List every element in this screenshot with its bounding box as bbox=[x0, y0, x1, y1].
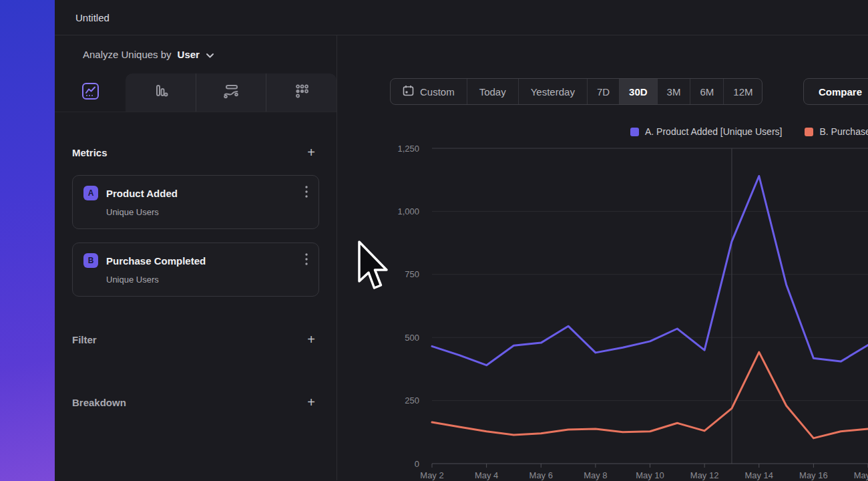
line-chart[interactable]: 02505007501,0001,250May 2May 4May 6May 8… bbox=[337, 143, 868, 480]
flows-icon bbox=[222, 83, 240, 103]
line-chart-icon bbox=[81, 82, 99, 103]
legend-label: B. Purchase Completed [Unique Users] bbox=[819, 126, 868, 137]
metrics-header: Metrics bbox=[72, 147, 107, 158]
chart-type-tabs bbox=[55, 73, 337, 112]
top-bar: Untitled bbox=[55, 0, 868, 35]
range-label: 12M bbox=[733, 86, 752, 98]
y-axis-tick-label: 750 bbox=[405, 269, 419, 279]
range-30d[interactable]: 30D bbox=[619, 79, 657, 104]
y-axis-tick-label: 500 bbox=[405, 333, 419, 343]
legend-item[interactable]: B. Purchase Completed [Unique Users] bbox=[805, 126, 868, 137]
x-axis-tick-label: May 4 bbox=[475, 470, 498, 480]
metric-card-b[interactable]: B Purchase Completed Unique Users bbox=[72, 243, 319, 297]
legend-label: A. Product Added [Unique Users] bbox=[645, 126, 782, 137]
metric-card-a[interactable]: A Product Added Unique Users bbox=[72, 175, 319, 229]
x-axis-tick-label: May 14 bbox=[744, 470, 773, 480]
range-label: 30D bbox=[629, 86, 648, 98]
metric-subtitle[interactable]: Unique Users bbox=[83, 207, 308, 217]
dashboard: Untitled Analyze Uniques by User bbox=[0, 0, 868, 481]
tab-retention-grid[interactable] bbox=[266, 73, 337, 112]
chart-type-tab-strip bbox=[126, 73, 337, 112]
range-label: Today bbox=[479, 86, 506, 98]
x-axis-tick-label: May 16 bbox=[799, 470, 828, 480]
metric-subtitle[interactable]: Unique Users bbox=[83, 275, 308, 285]
kebab-menu-icon[interactable] bbox=[305, 186, 308, 200]
report-title[interactable]: Untitled bbox=[75, 12, 110, 23]
metric-badge-a: A bbox=[83, 186, 98, 200]
chevron-down-icon[interactable] bbox=[206, 49, 214, 61]
range-6m[interactable]: 6M bbox=[690, 79, 723, 104]
series-line[interactable] bbox=[432, 176, 868, 365]
background-gradient-strip bbox=[0, 0, 55, 481]
x-axis-tick-label: May 6 bbox=[529, 470, 553, 480]
chart-legend: A. Product Added [Unique Users]B. Purcha… bbox=[630, 126, 868, 137]
range-today[interactable]: Today bbox=[467, 79, 518, 104]
x-axis-tick-label: May 2 bbox=[420, 470, 443, 480]
metrics-header-row: Metrics + bbox=[72, 144, 319, 160]
metric-badge-b: B bbox=[83, 253, 98, 268]
chart-panel: CustomTodayYesterday7D30D3M6M12M Compare… bbox=[337, 35, 868, 480]
analyze-by-row: Analyze Uniques by User bbox=[55, 35, 337, 73]
x-axis-tick-label: May 8 bbox=[584, 470, 607, 480]
range-label: 7D bbox=[597, 86, 610, 98]
y-axis-tick-label: 0 bbox=[415, 459, 419, 469]
kebab-menu-icon[interactable] bbox=[305, 253, 308, 268]
report-modal: Untitled Analyze Uniques by User bbox=[55, 0, 868, 481]
tab-bar-chart[interactable] bbox=[126, 73, 196, 112]
x-axis-tick-label: May 18 bbox=[854, 470, 868, 480]
range-custom[interactable]: Custom bbox=[391, 79, 467, 104]
range-3m[interactable]: 3M bbox=[657, 79, 690, 104]
breakdown-header-row: Breakdown + bbox=[72, 394, 319, 410]
query-sidebar: Analyze Uniques by User bbox=[55, 35, 337, 480]
calendar-icon bbox=[403, 85, 414, 98]
range-label: Custom bbox=[420, 86, 455, 98]
filter-header: Filter bbox=[72, 334, 97, 345]
x-axis-tick-label: May 12 bbox=[690, 470, 719, 480]
breakdown-header: Breakdown bbox=[72, 397, 126, 408]
range-7d[interactable]: 7D bbox=[587, 79, 619, 104]
compare-button[interactable]: Compare bbox=[803, 78, 868, 105]
legend-swatch bbox=[630, 128, 639, 136]
y-axis-tick-label: 1,000 bbox=[397, 206, 419, 216]
range-yesterday[interactable]: Yesterday bbox=[518, 79, 587, 104]
add-metric-button[interactable]: + bbox=[303, 144, 319, 160]
range-12m[interactable]: 12M bbox=[723, 79, 762, 104]
y-axis-tick-label: 250 bbox=[405, 395, 419, 406]
tab-line-chart[interactable] bbox=[55, 73, 126, 112]
add-filter-button[interactable]: + bbox=[303, 331, 319, 347]
x-axis-tick-label: May 10 bbox=[636, 470, 664, 480]
metric-title: Product Added bbox=[106, 188, 178, 199]
date-range-segmented-control: CustomTodayYesterday7D30D3M6M12M bbox=[390, 78, 763, 105]
series-line[interactable] bbox=[432, 352, 868, 438]
range-label: 6M bbox=[700, 86, 714, 98]
bar-chart-icon bbox=[152, 83, 169, 103]
analyze-by-dropdown[interactable]: User bbox=[178, 49, 200, 60]
tab-flows[interactable] bbox=[196, 73, 266, 112]
add-breakdown-button[interactable]: + bbox=[303, 394, 319, 410]
analyze-by-label: Analyze Uniques by bbox=[83, 49, 172, 60]
legend-item[interactable]: A. Product Added [Unique Users] bbox=[630, 126, 782, 137]
retention-grid-icon bbox=[293, 83, 310, 103]
filter-header-row: Filter + bbox=[72, 331, 319, 347]
metric-title: Purchase Completed bbox=[106, 255, 206, 267]
range-label: Yesterday bbox=[531, 86, 575, 98]
y-axis-tick-label: 1,250 bbox=[397, 144, 419, 154]
legend-swatch bbox=[805, 128, 813, 136]
range-label: 3M bbox=[667, 86, 681, 98]
